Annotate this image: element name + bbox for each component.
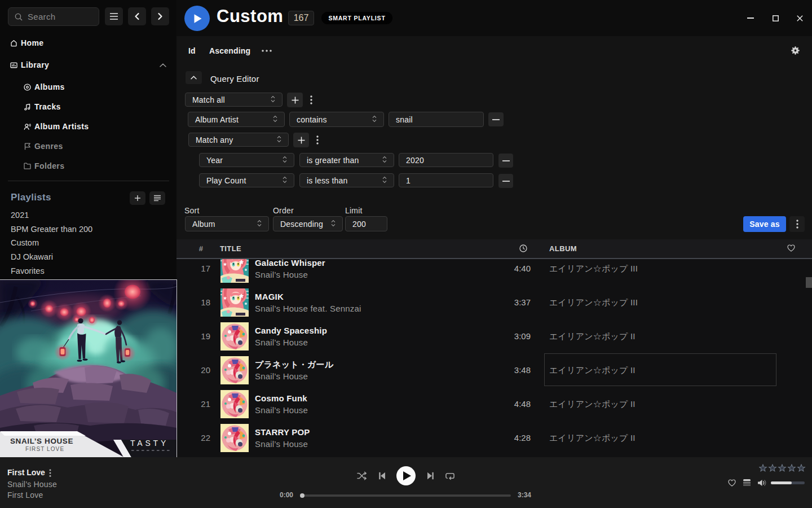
- svg-text:TASTY: TASTY: [130, 439, 169, 448]
- svg-text:SNAIL’S HOUSE: SNAIL’S HOUSE: [10, 437, 73, 445]
- svg-text:FIRST LOVE: FIRST LOVE: [25, 446, 64, 452]
